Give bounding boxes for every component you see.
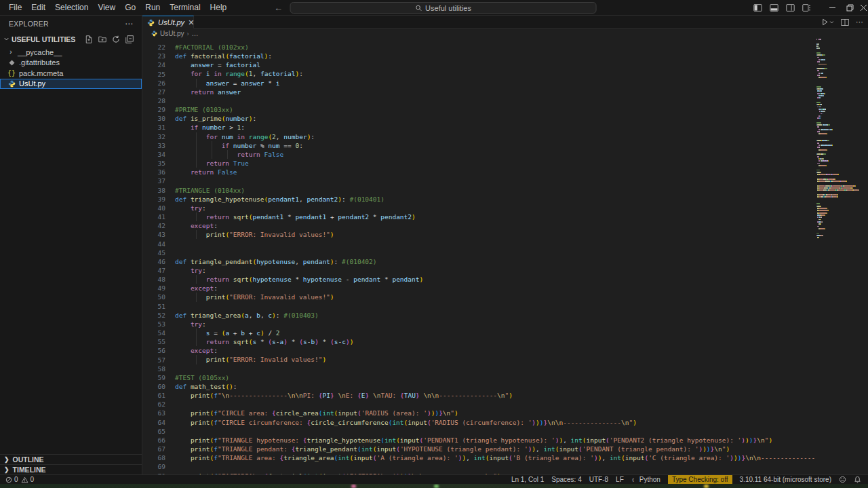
code-line-57[interactable]: 57 print("ERROR: Invalid values!") <box>142 355 868 364</box>
code-line-38[interactable]: 38#TRIANGLE (0104xx) <box>142 186 868 195</box>
menu-file[interactable]: File <box>4 0 26 16</box>
code-line-56[interactable]: 56 except: <box>142 346 868 355</box>
code-line-55[interactable]: 55 return sqrt(s * (s-a) * (s-b) * (s-c)… <box>142 337 868 346</box>
code-editor[interactable]: 22#FACTORIAL (0102xx)23def factorial(fac… <box>142 39 868 474</box>
problems-warnings[interactable]: 0 <box>21 476 35 483</box>
explorer-more-actions-icon[interactable]: ⋯ <box>125 19 134 29</box>
code-line-59[interactable]: 59#TEST (0105xx) <box>142 373 868 382</box>
menu-help[interactable]: Help <box>205 0 232 16</box>
feedback-smiley-icon[interactable] <box>839 476 846 483</box>
code-line-47[interactable]: 47 try: <box>142 266 868 275</box>
type-checking-badge[interactable]: Type Checking: off <box>668 475 732 485</box>
code-line-30[interactable]: 30def is_prime(number): <box>142 114 868 123</box>
code-line-61[interactable]: 61 print(f"\n---------------\n\nPI: {PI}… <box>142 391 868 400</box>
customize-layout-icon[interactable] <box>799 0 814 16</box>
code-line-31[interactable]: 31 if number > 1: <box>142 123 868 132</box>
collapse-all-icon[interactable] <box>125 35 134 43</box>
code-line-54[interactable]: 54 s = (a + b + c) / 2 <box>142 329 868 337</box>
eol-sequence[interactable]: LF <box>616 476 624 483</box>
tab-usutpy[interactable]: UsUt.py ✕ <box>142 16 194 29</box>
editor-scrollbar[interactable] <box>859 39 868 474</box>
code-line-64[interactable]: 64 print(f"CIRCLE circumference: {circle… <box>142 418 868 427</box>
menu-edit[interactable]: Edit <box>26 0 50 16</box>
code-line-37[interactable]: 37 <box>142 176 868 185</box>
code-line-70[interactable]: 70 print(f"FACTORIAL: {factorial(int(inp… <box>142 472 868 475</box>
code-line-27[interactable]: 27 return answer <box>142 88 868 96</box>
close-button[interactable] <box>859 0 868 16</box>
code-line-50[interactable]: 50 print("ERROR: Invavalid values!") <box>142 293 868 301</box>
code-line-29[interactable]: 29#PRIME (0103xx) <box>142 105 868 114</box>
code-line-40[interactable]: 40 try: <box>142 204 868 212</box>
split-editor-icon[interactable] <box>841 18 849 26</box>
code-line-51[interactable]: 51 <box>142 302 868 311</box>
language-mode[interactable]: { } Python <box>631 476 660 483</box>
file-item-usut-py[interactable]: UsUt.py <box>0 79 142 90</box>
code-line-67[interactable]: 67 print(f"TRIANGLE pendant: {triangle_p… <box>142 445 868 453</box>
breadcrumb-file[interactable]: UsUt.py <box>160 30 184 37</box>
code-line-36[interactable]: 36 return False <box>142 168 868 176</box>
workspace-section-header[interactable]: USEFUL UTILITIES <box>0 32 142 46</box>
menu-go[interactable]: Go <box>120 0 140 16</box>
code-line-65[interactable]: 65 <box>142 427 868 436</box>
code-line-25[interactable]: 25 for i in range(1, factorial): <box>142 69 868 78</box>
code-line-33[interactable]: 33 if number % num == 0: <box>142 141 868 150</box>
menu-selection[interactable]: Selection <box>50 0 93 16</box>
code-line-42[interactable]: 42 except: <box>142 221 868 230</box>
encoding[interactable]: UTF-8 <box>589 476 608 483</box>
back-arrow-icon[interactable]: ← <box>274 3 283 13</box>
restore-button[interactable] <box>841 0 859 16</box>
breadcrumb-symbol[interactable]: … <box>192 30 199 37</box>
code-line-24[interactable]: 24 answer = factorial <box>142 60 868 69</box>
code-line-34[interactable]: 34 return False <box>142 150 868 159</box>
code-line-46[interactable]: 46def triangle_pendant(hypotenuse, penda… <box>142 257 868 266</box>
indentation[interactable]: Spaces: 4 <box>551 476 581 483</box>
code-line-26[interactable]: 26 answer = answer * i <box>142 79 868 88</box>
menu-run[interactable]: Run <box>140 0 165 16</box>
python-interpreter-version[interactable]: 3.10.11 64-bit (microsoft store) <box>740 476 831 483</box>
new-file-icon[interactable] <box>85 35 93 43</box>
toggle-sidebar-icon[interactable] <box>750 0 765 16</box>
file-item--pycache-[interactable]: ›__pycache__ <box>0 47 142 58</box>
menu-view[interactable]: View <box>93 0 120 16</box>
panel-outline[interactable]: ❯OUTLINE <box>0 454 142 464</box>
toggle-secondary-sidebar-icon[interactable] <box>783 0 797 16</box>
code-line-22[interactable]: 22#FACTORIAL (0102xx) <box>142 43 868 52</box>
bell-icon[interactable] <box>854 476 861 483</box>
code-line-23[interactable]: 23def factorial(factorial): <box>142 52 868 60</box>
cursor-position[interactable]: Ln 1, Col 1 <box>511 476 544 483</box>
code-line-32[interactable]: 32 for num in range(2, number): <box>142 132 868 141</box>
problems-errors[interactable]: 0 <box>5 476 18 483</box>
minimize-button[interactable] <box>823 0 841 16</box>
code-line-63[interactable]: 63 print(f"CIRCLE area: {circle_area(int… <box>142 409 868 417</box>
code-line-62[interactable]: 62 <box>142 400 868 409</box>
code-line-35[interactable]: 35 return True <box>142 159 868 168</box>
file-item-pack-mcmeta[interactable]: {}pack.mcmeta <box>0 68 142 79</box>
run-python-file-icon[interactable] <box>821 18 834 26</box>
file-item--gitattributes[interactable]: .gitattributes <box>0 58 142 69</box>
code-line-49[interactable]: 49 except: <box>142 284 868 293</box>
code-line-68[interactable]: 68 print(f"TRIANGLE area: {triangle_area… <box>142 453 868 462</box>
command-center-search[interactable]: Useful utilities <box>290 2 597 14</box>
code-line-39[interactable]: 39def triangle_hypotenuse(pendant1, pend… <box>142 195 868 204</box>
code-line-44[interactable]: 44 <box>142 239 868 248</box>
code-line-48[interactable]: 48 return sqrt(hypotenuse * hypotenuse -… <box>142 275 868 284</box>
tab-close-icon[interactable]: ✕ <box>188 18 194 27</box>
refresh-icon[interactable] <box>112 35 120 43</box>
code-line-60[interactable]: 60def math_test(): <box>142 382 868 391</box>
code-line-69[interactable]: 69 <box>142 462 868 471</box>
editor-more-actions-icon[interactable]: ⋯ <box>856 18 864 26</box>
code-line-53[interactable]: 53 try: <box>142 320 868 329</box>
toggle-panel-icon[interactable] <box>766 0 781 16</box>
code-text: return True <box>175 159 249 168</box>
minimap[interactable] <box>814 39 859 474</box>
code-line-52[interactable]: 52def triangle_area(a, b, c): #(010403) <box>142 311 868 320</box>
new-folder-icon[interactable] <box>98 35 106 43</box>
code-line-45[interactable]: 45 <box>142 248 868 257</box>
code-line-66[interactable]: 66 print(f"TRIANGLE hypotenuse: {triangl… <box>142 436 868 445</box>
code-line-43[interactable]: 43 print("ERROR: Invavalid values!") <box>142 230 868 239</box>
code-line-41[interactable]: 41 return sqrt(pendant1 * pendant1 + pen… <box>142 212 868 221</box>
panel-timeline[interactable]: ❯TIMELINE <box>0 464 142 474</box>
menu-terminal[interactable]: Terminal <box>165 0 205 16</box>
code-line-28[interactable]: 28 <box>142 96 868 105</box>
code-line-58[interactable]: 58 <box>142 364 868 373</box>
